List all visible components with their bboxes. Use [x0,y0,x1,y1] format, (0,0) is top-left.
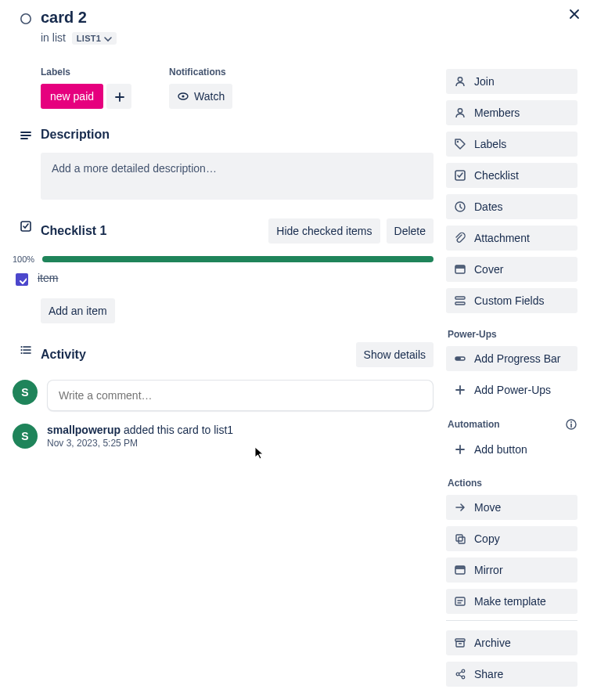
powerups-heading: Power-Ups [448,329,577,340]
archive-icon [454,637,466,649]
template-icon [454,595,466,608]
card-dialog: card 2 in list LIST1 Labels new paid [0,0,590,700]
check-icon [454,169,466,182]
make-template-label: Make template [474,595,546,608]
archive-label: Archive [474,637,511,649]
dates-button[interactable]: Dates [446,194,577,219]
eye-icon [177,90,189,103]
tag-icon [454,138,466,150]
copy-icon [454,532,466,545]
info-icon [565,418,577,431]
move-button[interactable]: Move [446,495,577,520]
checklist-item-label: item [38,272,58,284]
move-label: Move [474,501,501,514]
paperclip-icon [454,232,466,244]
members-label: Members [474,106,520,119]
labels-heading: Labels [41,67,131,78]
add-progress-bar-button[interactable]: Add Progress Bar [446,346,577,371]
add-checklist-item-button[interactable]: Add an item [41,298,115,323]
hide-checked-button[interactable]: Hide checked items [268,218,380,244]
custom-fields-label: Custom Fields [474,294,544,307]
close-icon [568,8,581,20]
automation-heading: Automation [448,419,500,430]
fields-icon [454,294,466,307]
add-button-label: Add button [474,443,527,456]
comment-input[interactable] [47,380,434,411]
join-label: Join [474,75,495,88]
activity-avatar[interactable]: S [13,424,38,449]
actions-heading: Actions [448,478,577,489]
checklist-label: Checklist [474,169,519,182]
checklist-item-checkbox[interactable] [16,273,28,286]
archive-button[interactable]: Archive [446,630,577,655]
clock-icon [454,200,466,213]
activity-icon [20,344,34,358]
plus-icon [113,91,124,102]
close-button[interactable] [563,3,585,25]
plus-icon [454,384,466,396]
activity-time[interactable]: Nov 3, 2023, 5:25 PM [47,438,233,449]
card-sidebar: JoinMembersLabelsChecklistDatesAttachmen… [446,6,577,693]
labels-button[interactable]: Labels [446,132,577,157]
description-title: Description [41,128,110,142]
sidebar-separator [446,620,577,621]
add-label-button[interactable] [106,84,131,109]
mirror-button[interactable]: Mirror [446,557,577,583]
members-button[interactable]: Members [446,100,577,125]
checklist-percent: 100% [13,254,36,264]
cover-label: Cover [474,263,503,276]
plus-icon [454,443,466,456]
cover-button[interactable]: Cover [446,257,577,282]
chevron-down-icon [103,34,112,43]
in-list-prefix: in list [41,31,66,44]
list-name: LIST1 [77,34,101,43]
copy-button[interactable]: Copy [446,526,577,551]
progress-icon [454,352,466,365]
description-icon [20,129,34,143]
watch-button[interactable]: Watch [169,84,232,109]
custom-fields-button[interactable]: Custom Fields [446,288,577,313]
add-button-button[interactable]: Add button [446,437,577,462]
labels-label: Labels [474,138,506,150]
card-status-icon [20,13,34,27]
dates-label: Dates [474,200,503,213]
add-progress-bar-label: Add Progress Bar [474,352,561,365]
attachment-button[interactable]: Attachment [446,226,577,251]
share-button[interactable]: Share [446,662,577,687]
checklist-title[interactable]: Checklist 1 [41,224,106,238]
user-icon [454,75,466,88]
labels-block: Labels new paid [41,67,131,109]
activity-title: Activity [41,348,86,362]
cover-icon [454,564,466,576]
make-template-button[interactable]: Make template [446,589,577,614]
description-input[interactable]: Add a more detailed description… [41,153,434,200]
checklist-item[interactable]: item [16,272,434,286]
checklist-icon [20,220,34,234]
activity-entry: Ssmallpowerup added this card to list1No… [13,424,434,449]
automation-info-button[interactable] [565,418,577,431]
card-title[interactable]: card 2 [41,8,434,27]
current-user-avatar[interactable]: S [13,380,38,405]
in-list-row: in list LIST1 [41,31,434,45]
list-chip[interactable]: LIST1 [72,32,117,45]
checklist-progress-bar [42,256,434,262]
show-details-button[interactable]: Show details [356,342,434,367]
mirror-label: Mirror [474,564,503,576]
add-powerups-label: Add Power-Ups [474,384,551,396]
activity-author[interactable]: smallpowerup [47,424,121,436]
user-icon [454,106,466,119]
notifications-heading: Notifications [169,67,232,78]
join-button[interactable]: Join [446,69,577,94]
checkmark-icon [18,276,27,284]
share-label: Share [474,668,503,680]
delete-checklist-button[interactable]: Delete [387,218,434,244]
checklist-button[interactable]: Checklist [446,163,577,188]
cover-icon [454,263,466,276]
copy-label: Copy [474,532,500,545]
share-icon [454,668,466,680]
label-pill[interactable]: new paid [41,84,103,109]
add-powerups-button[interactable]: Add Power-Ups [446,377,577,402]
attachment-label: Attachment [474,232,530,244]
arrow-right-icon [454,501,466,514]
watch-label: Watch [194,90,225,103]
